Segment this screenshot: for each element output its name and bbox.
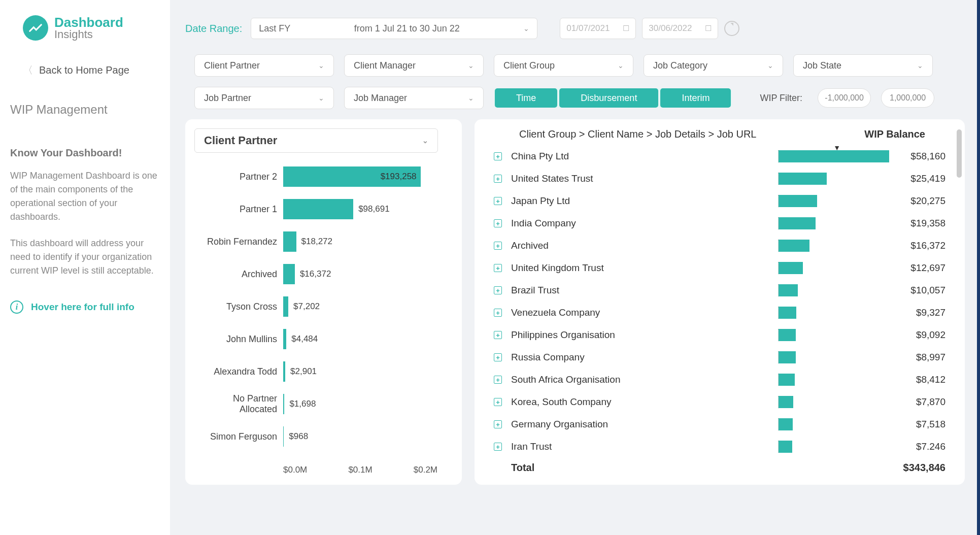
wip-balance-value: $8,412 (890, 374, 945, 385)
toggle-disbursement[interactable]: Disbursement (559, 88, 658, 108)
bar-value: $98,691 (358, 204, 389, 214)
client-group-name[interactable]: Archived (511, 240, 778, 251)
filter-job-category[interactable]: Job Category⌄ (644, 54, 783, 77)
breadcrumb: Client Group > Client Name > Job Details… (519, 128, 756, 140)
wip-type-toggle-group: TimeDisbursementInterim (494, 88, 732, 108)
table-row: +South Africa Organisation$8,412 (494, 369, 945, 391)
date-from-input[interactable]: 01/07/2021 ☐ (560, 18, 636, 39)
toggle-time[interactable]: Time (495, 88, 557, 108)
chevron-down-icon: ⌄ (318, 94, 324, 102)
bar-fill[interactable] (779, 173, 827, 185)
partner-chart-selector[interactable]: Client Partner ⌄ (194, 128, 438, 153)
table-row: +Korea, South Company$7,870 (494, 391, 945, 413)
client-group-name[interactable]: Philippines Organisation (511, 329, 778, 341)
bar-fill[interactable] (283, 361, 285, 382)
bar-fill[interactable] (779, 329, 796, 341)
client-group-name[interactable]: Germany Organisation (511, 419, 778, 430)
date-range-preset-select[interactable]: Last FY from 1 Jul 21 to 30 Jun 22 ⌄ (251, 18, 537, 39)
bar-fill[interactable] (283, 296, 288, 317)
chart-bar-row: Partner 1$98,691 (194, 193, 453, 225)
wip-filter-max-input[interactable] (881, 88, 934, 108)
total-row: Total $343,846 (484, 458, 956, 474)
expand-icon[interactable]: + (494, 286, 502, 294)
axis-tick: $0.0M (283, 465, 307, 475)
chart-bar-row: Robin Fernandez$18,272 (194, 225, 453, 258)
expand-icon[interactable]: + (494, 309, 502, 317)
bar-fill[interactable] (779, 284, 798, 296)
expand-icon[interactable]: + (494, 443, 502, 451)
expand-icon[interactable]: + (494, 175, 502, 183)
bar-fill[interactable] (779, 262, 803, 274)
filter-job-manager[interactable]: Job Manager⌄ (344, 87, 484, 109)
bar-fill[interactable] (283, 264, 295, 284)
chevron-left-icon: 〈 (23, 63, 33, 77)
expand-icon[interactable]: + (494, 197, 502, 205)
wip-filter-min-input[interactable] (818, 88, 871, 108)
date-range-label: Date Range: (185, 23, 242, 35)
filter-job-partner[interactable]: Job Partner⌄ (194, 87, 334, 109)
hover-info-trigger[interactable]: i Hover here for full info (10, 300, 160, 314)
bar-fill[interactable] (283, 426, 284, 447)
bar-fill[interactable] (283, 394, 284, 414)
client-group-name[interactable]: Russia Company (511, 352, 778, 363)
toggle-interim[interactable]: Interim (660, 88, 731, 108)
filter-row-1: Client Partner⌄Client Manager⌄Client Gro… (185, 54, 965, 77)
chevron-down-icon: ⌄ (468, 61, 474, 70)
bar-value: $1,698 (289, 399, 316, 409)
wip-balance-value: $20,275 (890, 195, 945, 207)
expand-icon[interactable]: + (494, 264, 502, 272)
bar-fill[interactable] (283, 329, 286, 349)
wip-balance-column-header[interactable]: WIP Balance (864, 128, 925, 140)
client-group-name[interactable]: Iran Trust (511, 441, 778, 452)
bar-fill[interactable] (779, 441, 792, 453)
filter-client-partner[interactable]: Client Partner⌄ (194, 54, 334, 77)
bar-category-label: No Partner Allocated (194, 393, 283, 415)
partner-chart-selector-value: Client Partner (204, 134, 277, 147)
client-group-name[interactable]: India Company (511, 218, 778, 229)
table-row: +Archived$16,372 (494, 235, 945, 257)
refresh-icon[interactable] (724, 21, 739, 36)
know-paragraph-1: WIP Management Dashboard is one of the m… (10, 169, 160, 224)
bar-fill[interactable] (779, 351, 796, 363)
expand-icon[interactable]: + (494, 152, 502, 160)
wip-balance-value: $9,092 (890, 329, 945, 341)
expand-icon[interactable]: + (494, 219, 502, 227)
partner-bar-chart: Partner 2$193,258Partner 1$98,691Robin F… (194, 160, 453, 462)
expand-icon[interactable]: + (494, 398, 502, 406)
bar-fill[interactable] (779, 418, 793, 430)
bar-fill[interactable]: $193,258 (283, 166, 421, 187)
expand-icon[interactable]: + (494, 353, 502, 361)
back-to-home-link[interactable]: 〈 Back to Home Page (10, 58, 160, 82)
filter-job-state[interactable]: Job State⌄ (793, 54, 933, 77)
client-group-name[interactable]: China Pty Ltd (511, 151, 778, 162)
filter-client-group[interactable]: Client Group⌄ (494, 54, 633, 77)
bar-fill[interactable] (779, 396, 793, 408)
client-group-name[interactable]: Venezuela Company (511, 307, 778, 318)
bar-fill[interactable] (283, 199, 353, 219)
table-row: +United States Trust$25,419 (494, 168, 945, 190)
bar-fill[interactable] (779, 195, 817, 207)
client-group-name[interactable]: South Africa Organisation (511, 374, 778, 385)
expand-icon[interactable]: + (494, 376, 502, 384)
expand-icon[interactable]: + (494, 331, 502, 339)
wip-balance-value: $16,372 (890, 240, 945, 251)
bar-fill[interactable] (779, 150, 889, 162)
know-heading: Know Your Dashboard! (10, 147, 160, 159)
client-group-name[interactable]: Brazil Trust (511, 285, 778, 296)
expand-icon[interactable]: + (494, 420, 502, 428)
filter-client-manager[interactable]: Client Manager⌄ (344, 54, 484, 77)
scrollbar[interactable] (957, 129, 962, 178)
bar-fill[interactable] (779, 217, 816, 229)
expand-icon[interactable]: + (494, 242, 502, 250)
bar-fill[interactable] (779, 240, 809, 252)
filter-row-2: Job Partner⌄Job Manager⌄ TimeDisbursemen… (185, 87, 965, 109)
date-to-input[interactable]: 30/06/2022 ☐ (642, 18, 718, 39)
client-group-name[interactable]: Japan Pty Ltd (511, 195, 778, 207)
bar-fill[interactable] (283, 231, 296, 252)
client-group-name[interactable]: United Kingdom Trust (511, 262, 778, 274)
bar-fill[interactable] (779, 374, 795, 386)
client-group-name[interactable]: Korea, South Company (511, 396, 778, 408)
bar-fill[interactable] (779, 307, 796, 319)
client-group-name[interactable]: United States Trust (511, 173, 778, 184)
wip-balance-value: $7,870 (890, 396, 945, 408)
